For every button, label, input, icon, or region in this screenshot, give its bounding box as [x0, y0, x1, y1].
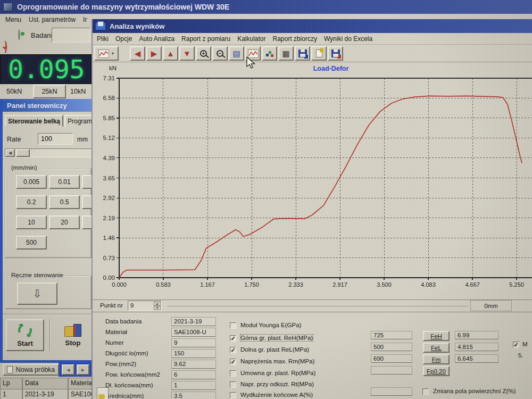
clipped-checkbox[interactable]: ✓	[513, 342, 519, 348]
force-value-1[interactable]: 6.99	[455, 331, 498, 339]
point-label: Punkt nr	[100, 302, 123, 309]
scrollbar-thumb[interactable]	[16, 149, 30, 157]
rate-scrollbar[interactable]: ◀	[5, 148, 92, 157]
tab-program[interactable]: Program	[64, 115, 92, 127]
main-menu-item-3[interactable]: Ir	[83, 16, 87, 23]
calculator-button-icon: ▦	[282, 49, 289, 57]
stress-value-1[interactable]: 725	[371, 331, 412, 339]
chart-area[interactable]: 7.316.585.855.124.393.652.922.191.460.73…	[93, 63, 532, 299]
badanie-radio[interactable]	[18, 29, 20, 40]
analysis-menu-item-2[interactable]: Opcje	[115, 35, 132, 43]
pan-up-button[interactable]: ▲	[163, 46, 178, 61]
range-button-50kN[interactable]: 50kN	[6, 88, 22, 95]
main-menu-item-2[interactable]: Ust. parametrów	[29, 16, 76, 23]
speed-button-0[interactable]: 0	[82, 175, 92, 189]
scatter-points-button[interactable]	[262, 46, 277, 61]
chart-type-button[interactable]: ▼	[94, 46, 119, 61]
speed-button-row2col2[interactable]	[82, 215, 92, 229]
field-value-8[interactable]: 3.5	[171, 392, 216, 399]
checkbox-3[interactable]: ✓	[230, 347, 236, 353]
stress-value-2[interactable]: 500	[371, 343, 412, 351]
force-value-3[interactable]: 6.645	[455, 354, 498, 363]
save-results-button[interactable]	[328, 46, 343, 61]
force-button-Fp0.20[interactable]: Fp0.20	[423, 366, 450, 376]
scroll-left-arrow-icon[interactable]: ◀	[5, 149, 15, 157]
field-value-5[interactable]: 9.62	[171, 360, 216, 369]
field-value-6[interactable]: 6	[171, 370, 216, 379]
zoom-out-button[interactable]: −	[212, 46, 228, 61]
checkbox-2[interactable]: ✓	[230, 335, 236, 342]
pan-down-button[interactable]: ▼	[179, 46, 195, 61]
checkbox-7[interactable]	[230, 392, 236, 398]
analysis-menu-item-7[interactable]: Wyniki do Excela	[324, 35, 372, 43]
scatter-points-button-icon	[265, 50, 274, 57]
report-template-button[interactable]	[311, 46, 327, 61]
range-button-10kN[interactable]: 10kN	[70, 88, 86, 95]
speed-button-0.5[interactable]: 0.5	[49, 195, 80, 209]
calculator-button[interactable]: ▦	[278, 46, 294, 61]
zoom-in-button[interactable]: +	[196, 46, 211, 61]
checkbox-5[interactable]	[230, 370, 236, 377]
force-button-FeL[interactable]: FeL	[423, 343, 450, 353]
pan-right-button[interactable]: ▶	[146, 46, 162, 61]
tab-sterowanie-belka[interactable]: Sterowanie belką	[5, 115, 63, 127]
table-header-Materiał: Materiał	[68, 378, 92, 389]
stress-value-4[interactable]	[371, 366, 412, 375]
spin-down-icon[interactable]: ▼	[154, 306, 161, 310]
analysis-menu-item-3[interactable]: Auto Analiza	[139, 35, 174, 43]
manual-down-button[interactable]: ⇩	[17, 282, 57, 305]
load-defor-chart[interactable]: 7.316.585.855.124.393.652.922.191.460.73…	[93, 63, 532, 299]
stop-button[interactable]: Stop	[54, 319, 92, 351]
next-sample-button[interactable]: ▶	[77, 364, 89, 375]
pan-left-button[interactable]: ◀	[130, 46, 145, 61]
speed-button-row1col2[interactable]	[82, 195, 92, 209]
new-sample-button[interactable]: Nowa próbka	[3, 364, 59, 376]
badge-icon	[320, 48, 323, 52]
export-report-button[interactable]	[295, 46, 310, 61]
speed-button-10[interactable]: 10	[16, 215, 47, 229]
force-button-Fm[interactable]: Fm	[423, 354, 450, 364]
sample-table[interactable]: LpDataMateriał12021-3-19SAE1008-U	[0, 378, 92, 399]
start-button[interactable]: Start	[6, 319, 44, 351]
field-value-1[interactable]: 2021-3-19	[171, 317, 216, 326]
badanie-field[interactable]	[52, 28, 90, 43]
area-change-checkbox[interactable]	[422, 388, 429, 395]
speed-button-0.2[interactable]: 0.2	[16, 195, 47, 209]
checkbox-6[interactable]	[230, 381, 236, 388]
force-button-FeH[interactable]: FeH	[423, 331, 450, 341]
checkbox-4[interactable]: ✓	[230, 359, 236, 365]
speed-button-0.005[interactable]: 0.005	[16, 175, 47, 189]
speed-button-500[interactable]: 500	[16, 236, 47, 250]
stress-value-3[interactable]: 690	[371, 354, 412, 363]
stress-value-5[interactable]	[371, 387, 412, 396]
point-slider-track[interactable]	[167, 306, 468, 306]
analysis-menu-item-1[interactable]: Pliki	[97, 35, 109, 43]
spin-up-icon[interactable]: ▲	[154, 302, 161, 306]
analysis-menu-item-5[interactable]: Kalkulator	[237, 35, 265, 43]
field-label-7: Dł. końcowa(mm)	[105, 382, 153, 388]
field-value-7[interactable]: 1	[171, 381, 216, 390]
force-value-2[interactable]: 4.815	[455, 343, 498, 351]
main-menu-item-1[interactable]: Menu	[5, 16, 21, 23]
analysis-window-title: Analiza wyników	[110, 22, 164, 30]
data-grid-button[interactable]: ▤	[229, 46, 244, 61]
analysis-menu-item-6[interactable]: Raport zbiorczy	[273, 35, 317, 43]
range-button-25kN[interactable]: 25kN	[33, 85, 66, 98]
prev-sample-button[interactable]: ◀	[62, 364, 74, 375]
sample-edit-icon[interactable]	[97, 387, 109, 399]
rate-input[interactable]	[38, 133, 73, 145]
point-spinner[interactable]: 9 ▲ ▼	[128, 301, 162, 311]
speed-button-20[interactable]: 20	[49, 215, 80, 229]
checkbox-1[interactable]	[230, 322, 236, 329]
table-header-Data: Data	[22, 378, 68, 389]
refresh-icon[interactable]	[4, 41, 7, 53]
checkbox-label-1: Moduł Younga E(GPa)	[240, 322, 301, 328]
field-value-3[interactable]: 9	[171, 338, 216, 347]
report-template-button-icon	[316, 49, 322, 57]
field-value-2[interactable]: SAE1008-U	[171, 328, 216, 337]
speed-button-0.01[interactable]: 0.01	[49, 175, 80, 189]
table-cell: SAE1008-U	[68, 389, 92, 399]
field-value-4[interactable]: 150	[171, 349, 216, 358]
main-titlebar: Oprogramowanie do maszyny wytrzymałościo…	[0, 0, 532, 14]
analysis-menu-item-4[interactable]: Raport z pomiaru	[181, 35, 230, 43]
